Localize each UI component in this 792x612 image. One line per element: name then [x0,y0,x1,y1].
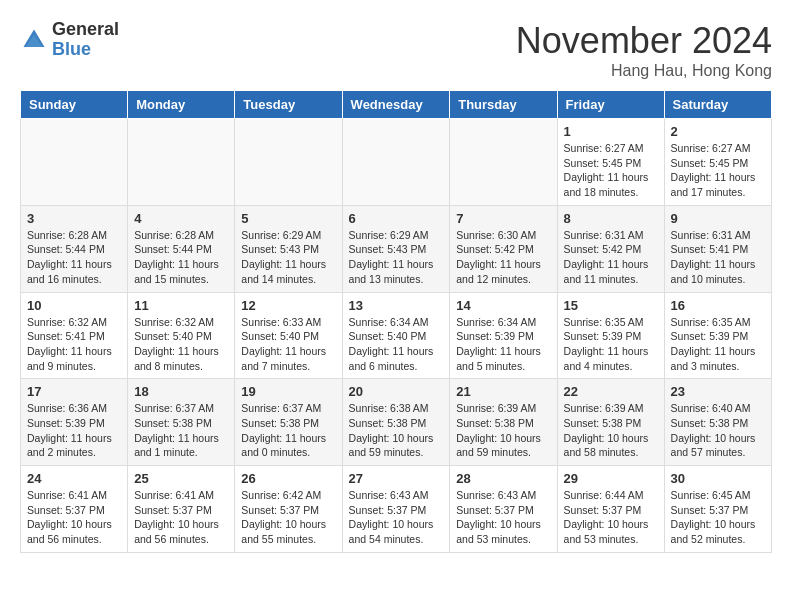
calendar-cell: 12Sunrise: 6:33 AM Sunset: 5:40 PM Dayli… [235,292,342,379]
day-info: Sunrise: 6:34 AM Sunset: 5:40 PM Dayligh… [349,315,444,374]
day-header-monday: Monday [128,91,235,119]
day-info: Sunrise: 6:42 AM Sunset: 5:37 PM Dayligh… [241,488,335,547]
day-info: Sunrise: 6:39 AM Sunset: 5:38 PM Dayligh… [456,401,550,460]
month-title: November 2024 [516,20,772,62]
logo-icon [20,26,48,54]
day-info: Sunrise: 6:27 AM Sunset: 5:45 PM Dayligh… [671,141,765,200]
calendar-cell: 6Sunrise: 6:29 AM Sunset: 5:43 PM Daylig… [342,205,450,292]
day-number: 16 [671,298,765,313]
day-number: 7 [456,211,550,226]
logo-blue: Blue [52,40,119,60]
day-info: Sunrise: 6:29 AM Sunset: 5:43 PM Dayligh… [349,228,444,287]
day-info: Sunrise: 6:31 AM Sunset: 5:42 PM Dayligh… [564,228,658,287]
calendar-cell: 27Sunrise: 6:43 AM Sunset: 5:37 PM Dayli… [342,466,450,553]
calendar-cell: 18Sunrise: 6:37 AM Sunset: 5:38 PM Dayli… [128,379,235,466]
calendar-cell: 22Sunrise: 6:39 AM Sunset: 5:38 PM Dayli… [557,379,664,466]
day-number: 30 [671,471,765,486]
day-number: 11 [134,298,228,313]
day-number: 14 [456,298,550,313]
day-number: 5 [241,211,335,226]
calendar-cell: 7Sunrise: 6:30 AM Sunset: 5:42 PM Daylig… [450,205,557,292]
calendar-cell: 19Sunrise: 6:37 AM Sunset: 5:38 PM Dayli… [235,379,342,466]
calendar-cell [235,119,342,206]
calendar-cell: 14Sunrise: 6:34 AM Sunset: 5:39 PM Dayli… [450,292,557,379]
day-number: 9 [671,211,765,226]
day-number: 18 [134,384,228,399]
logo: General Blue [20,20,119,60]
calendar-cell: 3Sunrise: 6:28 AM Sunset: 5:44 PM Daylig… [21,205,128,292]
week-row-3: 10Sunrise: 6:32 AM Sunset: 5:41 PM Dayli… [21,292,772,379]
location: Hang Hau, Hong Kong [516,62,772,80]
week-row-1: 1Sunrise: 6:27 AM Sunset: 5:45 PM Daylig… [21,119,772,206]
day-number: 8 [564,211,658,226]
day-info: Sunrise: 6:35 AM Sunset: 5:39 PM Dayligh… [564,315,658,374]
day-info: Sunrise: 6:36 AM Sunset: 5:39 PM Dayligh… [27,401,121,460]
day-number: 20 [349,384,444,399]
day-number: 29 [564,471,658,486]
calendar-cell: 13Sunrise: 6:34 AM Sunset: 5:40 PM Dayli… [342,292,450,379]
day-info: Sunrise: 6:33 AM Sunset: 5:40 PM Dayligh… [241,315,335,374]
day-info: Sunrise: 6:28 AM Sunset: 5:44 PM Dayligh… [134,228,228,287]
day-number: 1 [564,124,658,139]
logo-text: General Blue [52,20,119,60]
day-header-tuesday: Tuesday [235,91,342,119]
calendar-cell [21,119,128,206]
day-info: Sunrise: 6:37 AM Sunset: 5:38 PM Dayligh… [134,401,228,460]
calendar-header-row: SundayMondayTuesdayWednesdayThursdayFrid… [21,91,772,119]
calendar-cell: 24Sunrise: 6:41 AM Sunset: 5:37 PM Dayli… [21,466,128,553]
day-number: 19 [241,384,335,399]
calendar-cell [450,119,557,206]
calendar-cell: 29Sunrise: 6:44 AM Sunset: 5:37 PM Dayli… [557,466,664,553]
day-number: 6 [349,211,444,226]
day-number: 10 [27,298,121,313]
calendar-cell: 28Sunrise: 6:43 AM Sunset: 5:37 PM Dayli… [450,466,557,553]
day-number: 27 [349,471,444,486]
calendar-cell: 15Sunrise: 6:35 AM Sunset: 5:39 PM Dayli… [557,292,664,379]
day-info: Sunrise: 6:28 AM Sunset: 5:44 PM Dayligh… [27,228,121,287]
day-info: Sunrise: 6:31 AM Sunset: 5:41 PM Dayligh… [671,228,765,287]
day-info: Sunrise: 6:38 AM Sunset: 5:38 PM Dayligh… [349,401,444,460]
calendar-cell: 30Sunrise: 6:45 AM Sunset: 5:37 PM Dayli… [664,466,771,553]
week-row-5: 24Sunrise: 6:41 AM Sunset: 5:37 PM Dayli… [21,466,772,553]
day-info: Sunrise: 6:34 AM Sunset: 5:39 PM Dayligh… [456,315,550,374]
day-info: Sunrise: 6:27 AM Sunset: 5:45 PM Dayligh… [564,141,658,200]
day-header-friday: Friday [557,91,664,119]
week-row-4: 17Sunrise: 6:36 AM Sunset: 5:39 PM Dayli… [21,379,772,466]
day-info: Sunrise: 6:30 AM Sunset: 5:42 PM Dayligh… [456,228,550,287]
day-number: 24 [27,471,121,486]
logo-general: General [52,20,119,40]
day-number: 22 [564,384,658,399]
day-number: 12 [241,298,335,313]
day-number: 13 [349,298,444,313]
day-number: 15 [564,298,658,313]
day-info: Sunrise: 6:40 AM Sunset: 5:38 PM Dayligh… [671,401,765,460]
day-info: Sunrise: 6:37 AM Sunset: 5:38 PM Dayligh… [241,401,335,460]
day-number: 25 [134,471,228,486]
day-header-wednesday: Wednesday [342,91,450,119]
day-number: 17 [27,384,121,399]
calendar-cell: 25Sunrise: 6:41 AM Sunset: 5:37 PM Dayli… [128,466,235,553]
day-number: 2 [671,124,765,139]
calendar-cell: 17Sunrise: 6:36 AM Sunset: 5:39 PM Dayli… [21,379,128,466]
day-header-saturday: Saturday [664,91,771,119]
day-info: Sunrise: 6:32 AM Sunset: 5:40 PM Dayligh… [134,315,228,374]
day-info: Sunrise: 6:44 AM Sunset: 5:37 PM Dayligh… [564,488,658,547]
calendar-cell: 4Sunrise: 6:28 AM Sunset: 5:44 PM Daylig… [128,205,235,292]
calendar-cell: 16Sunrise: 6:35 AM Sunset: 5:39 PM Dayli… [664,292,771,379]
day-info: Sunrise: 6:45 AM Sunset: 5:37 PM Dayligh… [671,488,765,547]
day-header-sunday: Sunday [21,91,128,119]
calendar-cell: 8Sunrise: 6:31 AM Sunset: 5:42 PM Daylig… [557,205,664,292]
day-info: Sunrise: 6:35 AM Sunset: 5:39 PM Dayligh… [671,315,765,374]
day-info: Sunrise: 6:29 AM Sunset: 5:43 PM Dayligh… [241,228,335,287]
calendar-cell: 23Sunrise: 6:40 AM Sunset: 5:38 PM Dayli… [664,379,771,466]
calendar-cell: 10Sunrise: 6:32 AM Sunset: 5:41 PM Dayli… [21,292,128,379]
day-info: Sunrise: 6:39 AM Sunset: 5:38 PM Dayligh… [564,401,658,460]
day-number: 26 [241,471,335,486]
week-row-2: 3Sunrise: 6:28 AM Sunset: 5:44 PM Daylig… [21,205,772,292]
title-area: November 2024 Hang Hau, Hong Kong [516,20,772,80]
calendar-cell: 1Sunrise: 6:27 AM Sunset: 5:45 PM Daylig… [557,119,664,206]
day-number: 23 [671,384,765,399]
calendar-cell: 26Sunrise: 6:42 AM Sunset: 5:37 PM Dayli… [235,466,342,553]
day-info: Sunrise: 6:41 AM Sunset: 5:37 PM Dayligh… [27,488,121,547]
calendar-cell: 20Sunrise: 6:38 AM Sunset: 5:38 PM Dayli… [342,379,450,466]
